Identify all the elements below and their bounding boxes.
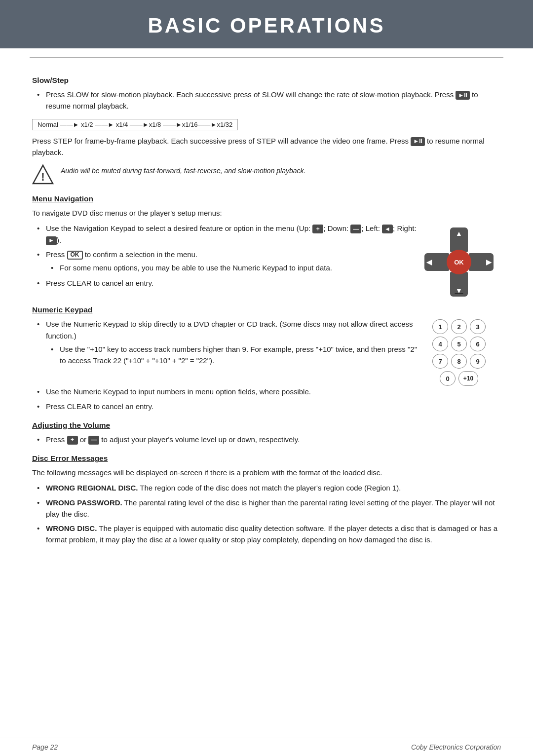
key-5: 5 (451, 337, 467, 351)
numpad-item3: Press CLEAR to cancel an entry. (32, 401, 501, 412)
wrong-disc-label: WRONG DISC. (46, 524, 97, 532)
dpad-center-ok: OK (447, 250, 471, 274)
up-key: + (312, 225, 323, 233)
volume-item1: Press + or — to adjust your player's vol… (32, 434, 501, 445)
footer-page: Page 22 (32, 743, 58, 751)
key-2: 2 (451, 319, 467, 334)
dpad-up-arrow: ▲ (456, 229, 462, 237)
numpad-row4: 0 +10 (440, 371, 478, 386)
menu-nav-heading: Menu Navigation (32, 194, 501, 203)
slow-step-section: Slow/Step Press SLOW for slow-motion pla… (32, 76, 501, 186)
menu-nav-item3: Press CLEAR to cancel an entry. (32, 277, 417, 289)
dpad-minus-label: — (455, 289, 463, 299)
numpad-item2: Use the Numeric Keypad to input numbers … (32, 386, 501, 397)
key-8: 8 (451, 354, 467, 369)
numpad-keys: 1 2 3 4 5 6 7 8 9 0 +10 (417, 318, 501, 386)
page-footer: Page 22 Coby Electronics Corporation (0, 738, 533, 756)
ok-key-inline: OK (67, 251, 83, 260)
disc-error-heading: Disc Error Messages (32, 454, 501, 463)
menu-nav-item2: Press OK to confirm a selection in the m… (32, 249, 417, 274)
page-title: BASIC OPERATIONS (0, 14, 533, 38)
wrong-password-label: WRONG PASSWORD. (46, 498, 122, 507)
right-key: ► (46, 236, 57, 245)
warning-icon: ! (32, 164, 54, 186)
numpad-list: Use the Numeric Keypad to skip directly … (32, 318, 417, 366)
menu-nav-list: Use the Navigation Keypad to select a de… (32, 223, 417, 289)
numpad-row2: 4 5 6 (432, 337, 486, 351)
numpad-text: Use the Numeric Keypad to skip directly … (32, 318, 417, 370)
main-content: Slow/Step Press SLOW for slow-motion pla… (0, 58, 533, 589)
dpad-left-arrow: ◀ (426, 258, 432, 266)
key-3: 3 (470, 319, 486, 334)
page-header: BASIC OPERATIONS (0, 0, 533, 48)
menu-nav-intro: To navigate DVD disc menus or the player… (32, 207, 501, 219)
key-0: 0 (440, 371, 456, 386)
play-pause-btn1: ►II (456, 91, 470, 100)
slow-step-para1: Press SLOW for slow-motion playback. Eac… (46, 90, 478, 110)
down-key: — (350, 225, 361, 233)
disc-error-item1: WRONG REGIONAL DISC. The region code of … (32, 482, 501, 493)
numpad-sub1: Use the "+10" key to access track number… (46, 343, 417, 367)
key-7: 7 (432, 354, 448, 369)
slow-step-item1: Press SLOW for slow-motion playback. Eac… (32, 89, 501, 112)
vol-plus-btn: + (67, 436, 78, 445)
slow-step-heading: Slow/Step (32, 76, 501, 85)
slow-step-para2: Press STEP for frame-by-frame playback. … (32, 135, 501, 158)
slow-step-list: Press SLOW for slow-motion playback. Eac… (32, 89, 501, 112)
dpad-right: ▶ (469, 253, 494, 271)
play-pause-btn2: ►II (411, 137, 425, 146)
vol-minus-btn: — (88, 436, 99, 445)
adjusting-volume-section: Adjusting the Volume Press + or — to adj… (32, 421, 501, 445)
warning-text: Audio will be muted during fast-forward,… (61, 164, 305, 176)
key-9: 9 (470, 354, 486, 369)
menu-nav-section: Menu Navigation To navigate DVD disc men… (32, 194, 501, 297)
volume-list: Press + or — to adjust your player's vol… (32, 434, 501, 445)
numpad-section-layout: Use the Numeric Keypad to skip directly … (32, 318, 501, 386)
warning-box: ! Audio will be muted during fast-forwar… (32, 164, 501, 186)
dpad: + ▲ ▼ ◀ ▶ OK — (424, 227, 494, 297)
key-4: 4 (432, 337, 448, 351)
numeric-keypad-section: Numeric Keypad Use the Numeric Keypad to… (32, 305, 501, 412)
disc-error-item2: WRONG PASSWORD. The parental rating leve… (32, 497, 501, 520)
footer-brand: Coby Electronics Corporation (411, 743, 501, 751)
disc-error-intro: The following messages will be displayed… (32, 467, 501, 478)
menu-nav-item1: Use the Navigation Keypad to select a de… (32, 223, 417, 246)
disc-error-section: Disc Error Messages The following messag… (32, 454, 501, 546)
left-key: ◄ (382, 225, 393, 233)
nav-text: Use the Navigation Keypad to select a de… (32, 223, 417, 293)
numeric-keypad-heading: Numeric Keypad (32, 305, 501, 314)
nav-section-layout: Use the Navigation Keypad to select a de… (32, 223, 501, 297)
numpad-row1: 1 2 3 (432, 319, 486, 334)
adjusting-volume-heading: Adjusting the Volume (32, 421, 501, 430)
svg-text:!: ! (41, 171, 44, 183)
dpad-up: ▲ (450, 227, 468, 252)
key-plus10: +10 (458, 371, 478, 386)
wrong-disc-text: The player is equipped with automatic di… (46, 524, 497, 544)
menu-nav-sub1: For some menu options, you may be able t… (46, 262, 417, 273)
wrong-regional-label: WRONG REGIONAL DISC. (46, 484, 138, 492)
dpad-diagram: + ▲ ▼ ◀ ▶ OK — (417, 223, 501, 297)
numpad-row3: 7 8 9 (432, 354, 486, 369)
key-6: 6 (470, 337, 486, 351)
dpad-left: ◀ (424, 253, 449, 271)
disc-error-item3: WRONG DISC. The player is equipped with … (32, 523, 501, 546)
menu-nav-sublist: For some menu options, you may be able t… (46, 262, 417, 273)
key-1: 1 (432, 319, 448, 334)
speed-diagram: Normal ——► x1/2 ——► x1/4 ——►x1/8 ——►x1/1… (32, 119, 238, 130)
numpad-item1: Use the Numeric Keypad to skip directly … (32, 318, 417, 366)
dpad-right-arrow: ▶ (486, 258, 492, 266)
disc-error-list: WRONG REGIONAL DISC. The region code of … (32, 482, 501, 545)
wrong-regional-text: The region code of the disc does not mat… (138, 484, 401, 492)
numpad-extra-list: Use the Numeric Keypad to input numbers … (32, 386, 501, 412)
numpad-sublist: Use the "+10" key to access track number… (46, 343, 417, 367)
